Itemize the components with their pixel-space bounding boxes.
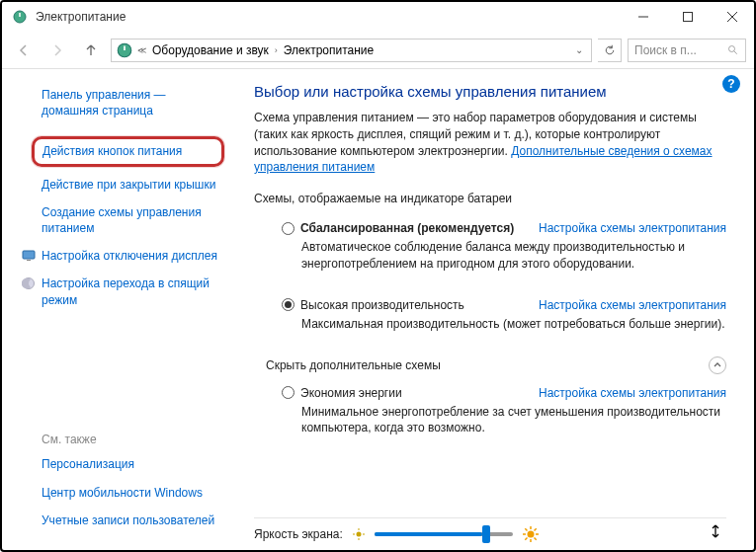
- svg-rect-8: [23, 251, 35, 259]
- moon-icon: [22, 276, 36, 290]
- breadcrumb[interactable]: ≪ Оборудование и звук › Электропитание ⌄: [111, 39, 592, 62]
- plan-settings-link[interactable]: Настройка схемы электропитания: [539, 298, 726, 312]
- plan-description: Минимальное энергопотребление за счет ум…: [282, 404, 726, 437]
- sidebar-item-lid-close[interactable]: Действие при закрытии крышки: [42, 177, 218, 193]
- breadcrumb-page[interactable]: Электропитание: [282, 43, 376, 57]
- up-button[interactable]: [77, 37, 105, 64]
- refresh-button[interactable]: [598, 39, 622, 62]
- svg-line-22: [534, 538, 536, 540]
- see-also-mobility-center[interactable]: Центр мобильности Windows: [42, 485, 218, 501]
- svg-rect-9: [27, 260, 31, 261]
- brightness-slider[interactable]: [375, 532, 513, 536]
- plan-balanced: Сбалансированная (рекомендуется) Настрой…: [254, 215, 726, 286]
- section-additional-plans: Скрыть дополнительные схемы: [266, 358, 441, 372]
- search-input[interactable]: Поиск в п...: [628, 39, 746, 62]
- plan-name: Сбалансированная (рекомендуется): [300, 221, 514, 235]
- maximize-button[interactable]: [665, 2, 710, 32]
- page-description: Схема управления питанием — это набор па…: [254, 110, 726, 176]
- plan-high-performance: Высокая производительность Настройка схе…: [254, 292, 726, 347]
- see-also-header: См. также: [42, 433, 218, 446]
- see-also-user-accounts[interactable]: Учетные записи пользователей: [42, 513, 218, 528]
- sun-bright-icon: [523, 526, 539, 542]
- see-also-personalization[interactable]: Персонализация: [42, 456, 218, 472]
- sidebar: Панель управления — домашняя страница Де…: [2, 69, 234, 550]
- svg-point-6: [729, 45, 735, 51]
- close-button[interactable]: [710, 2, 754, 32]
- highlight-annotation: Действия кнопок питания: [32, 136, 224, 166]
- monitor-icon: [22, 249, 36, 263]
- sidebar-item-sleep[interactable]: Настройка перехода в спящий режим: [42, 276, 218, 307]
- plan-name: Экономия энергии: [300, 386, 402, 400]
- plan-description: Автоматическое соблюдение баланса между …: [282, 239, 726, 273]
- sun-dim-icon: [353, 528, 365, 540]
- svg-line-24: [534, 528, 536, 530]
- sidebar-item-power-buttons[interactable]: Действия кнопок питания: [42, 143, 213, 159]
- radio-power-saver[interactable]: [282, 386, 294, 399]
- svg-point-11: [356, 532, 361, 537]
- breadcrumb-dropdown[interactable]: ⌄: [571, 44, 587, 55]
- chevron-right-icon: ›: [273, 45, 280, 55]
- brightness-control: Яркость экрана:: [254, 517, 726, 542]
- radio-high-performance[interactable]: [282, 298, 294, 311]
- sidebar-item-display-off[interactable]: Настройка отключения дисплея: [42, 248, 218, 264]
- minimize-button[interactable]: [621, 2, 665, 32]
- power-options-icon: [12, 9, 28, 25]
- main-content: ? Выбор или настройка схемы управления п…: [234, 69, 754, 550]
- radio-balanced[interactable]: [282, 222, 294, 235]
- sidebar-item-create-plan[interactable]: Создание схемы управления питанием: [42, 204, 218, 236]
- svg-line-23: [525, 538, 527, 540]
- plan-power-saver: Экономия энергии Настройка схемы электро…: [254, 380, 726, 451]
- collapse-button[interactable]: [709, 356, 726, 374]
- svg-line-7: [734, 50, 737, 53]
- slider-thumb[interactable]: [482, 525, 490, 543]
- plan-settings-link[interactable]: Настройка схемы электропитания: [539, 386, 726, 400]
- chevron-right-icon: ≪: [135, 45, 148, 55]
- svg-line-21: [525, 528, 527, 530]
- back-button[interactable]: [10, 37, 38, 64]
- power-options-icon: [116, 41, 133, 59]
- forward-button[interactable]: [43, 37, 71, 64]
- page-title: Выбор или настройка схемы управления пит…: [254, 83, 726, 100]
- window-title: Электропитание: [36, 10, 621, 24]
- breadcrumb-category[interactable]: Оборудование и звук: [150, 43, 271, 57]
- search-icon: [727, 44, 739, 56]
- plan-description: Максимальная производительность (может п…: [282, 316, 726, 333]
- brightness-label: Яркость экрана:: [254, 527, 343, 541]
- section-battery-plans: Схемы, отображаемые на индикаторе батаре…: [254, 192, 726, 205]
- plan-name: Высокая производительность: [300, 298, 464, 312]
- plan-settings-link[interactable]: Настройка схемы электропитания: [539, 221, 726, 235]
- control-panel-home-link[interactable]: Панель управления — домашняя страница: [42, 87, 218, 118]
- svg-point-16: [527, 531, 534, 538]
- resize-grip[interactable]: [709, 524, 722, 538]
- search-placeholder: Поиск в п...: [634, 43, 697, 57]
- help-icon[interactable]: ?: [722, 75, 740, 93]
- svg-rect-2: [683, 13, 692, 22]
